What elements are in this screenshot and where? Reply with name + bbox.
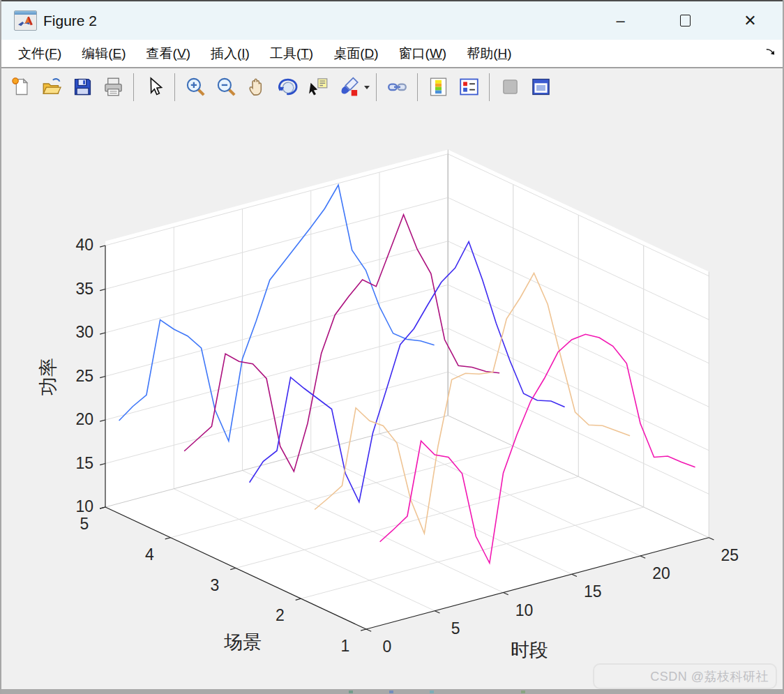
- y-tick-label: 5: [80, 515, 89, 533]
- y-tick-label: 3: [211, 576, 220, 594]
- x-tick-label: 10: [515, 601, 534, 619]
- taskbar-sliver: [1, 689, 783, 694]
- z-axis-label: 功率: [38, 358, 59, 395]
- y-tick-label: 4: [145, 545, 154, 564]
- watermark: CSDN @荔枝科研社: [593, 663, 777, 689]
- x-tick-label: 5: [451, 619, 460, 638]
- x-tick-label: 15: [584, 582, 602, 601]
- x-axis-label: 时段: [511, 640, 548, 661]
- y-axis-label: 场景: [224, 632, 262, 653]
- z-tick-label: 10: [75, 497, 93, 515]
- x-tick-label: 20: [652, 564, 670, 582]
- y-tick-label: 1: [341, 637, 350, 655]
- z-tick-label: 25: [75, 367, 93, 385]
- z-tick-label: 40: [75, 236, 93, 254]
- x-tick-label: 25: [721, 546, 739, 564]
- y-tick-label: 2: [276, 606, 285, 624]
- z-tick-label: 30: [75, 323, 93, 341]
- z-tick-label: 20: [75, 410, 93, 428]
- z-tick-label: 35: [75, 280, 93, 298]
- z-tick-label: 15: [75, 454, 93, 472]
- x-tick-label: 0: [383, 638, 392, 656]
- plot-3d-canvas[interactable]: 05101520251234510152025303540时段场景功率: [1, 0, 784, 694]
